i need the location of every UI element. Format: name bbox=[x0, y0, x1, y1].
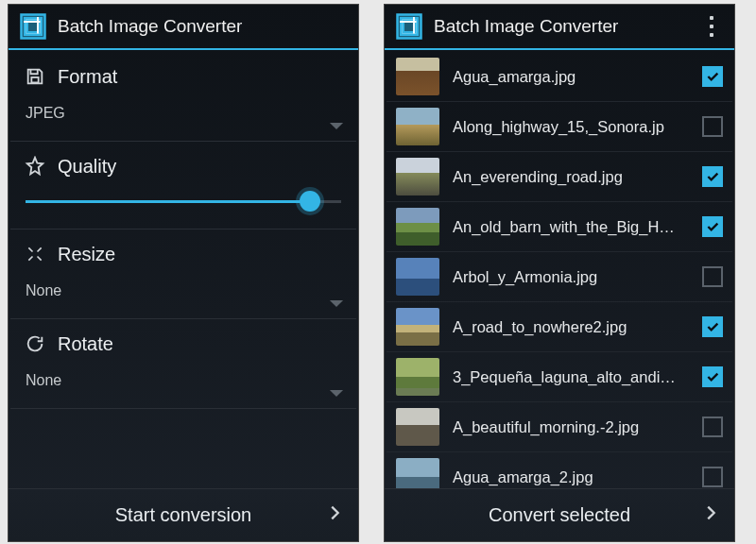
thumbnail bbox=[396, 258, 439, 296]
settings-content: Format JPEG Quality bbox=[9, 50, 358, 488]
file-name: Arbol_y_Armonia.jpg bbox=[453, 268, 702, 286]
file-row[interactable]: A_road_to_nowhere2.jpg bbox=[387, 302, 732, 352]
slider-thumb[interactable] bbox=[300, 191, 320, 212]
file-name: An_everending_road.jpg bbox=[453, 168, 702, 186]
app-title: Batch Image Converter bbox=[434, 16, 698, 37]
resize-header: Resize bbox=[24, 243, 343, 265]
start-conversion-label: Start conversion bbox=[115, 504, 252, 526]
checkbox[interactable] bbox=[702, 66, 723, 87]
convert-selected-button[interactable]: Convert selected bbox=[385, 488, 734, 541]
format-spinner[interactable]: JPEG bbox=[24, 99, 343, 133]
thumbnail bbox=[396, 408, 439, 446]
file-name: A_beautiful_morning.-2.jpg bbox=[453, 418, 702, 436]
file-list-screen: Batch Image Converter Agua_amarga.jpgAlo… bbox=[384, 4, 735, 542]
thumbnail bbox=[396, 358, 439, 396]
rotate-spinner[interactable]: None bbox=[24, 366, 343, 400]
titlebar: Batch Image Converter bbox=[385, 5, 734, 50]
overflow-menu-button[interactable] bbox=[698, 16, 725, 37]
file-row[interactable]: An_everending_road.jpg bbox=[387, 152, 732, 202]
convert-selected-label: Convert selected bbox=[489, 504, 630, 526]
quality-section: Quality bbox=[10, 142, 356, 230]
file-name: Agua_amarga_2.jpg bbox=[453, 468, 702, 486]
file-row[interactable]: 3_Pequeña_laguna_alto_andi… bbox=[387, 352, 732, 402]
checkbox[interactable] bbox=[702, 467, 723, 487]
checkbox[interactable] bbox=[702, 216, 723, 237]
thumbnail bbox=[396, 308, 439, 346]
rotate-section: Rotate None bbox=[10, 319, 356, 409]
quality-header: Quality bbox=[24, 155, 343, 178]
format-label: Format bbox=[58, 66, 117, 88]
file-row[interactable]: An_old_barn_with_the_Big_H… bbox=[387, 202, 732, 252]
thumbnail bbox=[396, 58, 439, 95]
checkbox[interactable] bbox=[702, 366, 723, 387]
checkbox[interactable] bbox=[702, 116, 723, 137]
slider-fill bbox=[26, 200, 310, 203]
resize-section: Resize None bbox=[10, 230, 356, 319]
resize-spinner[interactable]: None bbox=[24, 277, 343, 311]
format-header: Format bbox=[24, 65, 343, 88]
checkbox[interactable] bbox=[702, 416, 723, 437]
chevron-right-icon bbox=[324, 502, 345, 528]
rotate-header: Rotate bbox=[24, 332, 343, 355]
thumbnail bbox=[396, 458, 439, 488]
settings-screen: Batch Image Converter Format JPEG bbox=[8, 4, 359, 542]
quality-slider[interactable] bbox=[24, 189, 343, 221]
start-conversion-button[interactable]: Start conversion bbox=[9, 488, 358, 541]
file-name: 3_Pequeña_laguna_alto_andi… bbox=[453, 368, 702, 386]
thumbnail bbox=[396, 158, 439, 196]
thumbnail bbox=[396, 208, 439, 246]
titlebar: Batch Image Converter bbox=[9, 5, 358, 50]
quality-label: Quality bbox=[58, 156, 116, 178]
checkbox[interactable] bbox=[702, 166, 723, 187]
app-icon bbox=[18, 11, 48, 42]
resize-label: Resize bbox=[58, 244, 115, 265]
file-name: An_old_barn_with_the_Big_H… bbox=[453, 218, 702, 236]
svg-rect-3 bbox=[31, 77, 38, 83]
file-row[interactable]: Along_highway_15,_Sonora.jp bbox=[387, 102, 732, 152]
collapse-icon bbox=[24, 243, 46, 265]
checkbox[interactable] bbox=[702, 316, 723, 337]
app-title: Batch Image Converter bbox=[58, 16, 349, 37]
rotate-label: Rotate bbox=[58, 333, 113, 355]
file-row[interactable]: Agua_amarga.jpg bbox=[387, 52, 732, 102]
file-row[interactable]: Agua_amarga_2.jpg bbox=[387, 452, 732, 488]
chevron-right-icon bbox=[700, 502, 721, 528]
save-icon bbox=[24, 65, 46, 88]
checkbox[interactable] bbox=[702, 266, 723, 287]
star-icon bbox=[24, 155, 46, 178]
file-name: Agua_amarga.jpg bbox=[453, 68, 702, 86]
file-name: Along_highway_15,_Sonora.jp bbox=[453, 118, 702, 136]
file-row[interactable]: A_beautiful_morning.-2.jpg bbox=[387, 402, 732, 452]
thumbnail bbox=[396, 108, 439, 145]
file-name: A_road_to_nowhere2.jpg bbox=[453, 318, 702, 336]
app-icon bbox=[394, 11, 424, 42]
file-list[interactable]: Agua_amarga.jpgAlong_highway_15,_Sonora.… bbox=[385, 50, 734, 488]
format-section: Format JPEG bbox=[10, 52, 356, 142]
rotate-icon bbox=[24, 332, 46, 355]
file-row[interactable]: Arbol_y_Armonia.jpg bbox=[387, 252, 732, 302]
